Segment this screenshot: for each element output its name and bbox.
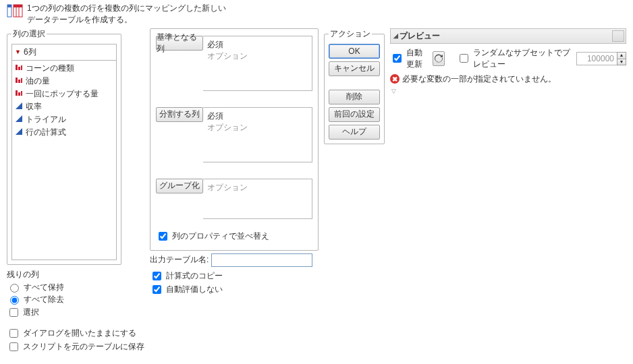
- column-item[interactable]: 一回にポップする量: [12, 88, 116, 100]
- column-item-label: 収率: [26, 101, 42, 113]
- remaining-cols-fieldset: 残りの列 すべて保持 すべて除去 選択: [7, 269, 121, 320]
- column-list[interactable]: コーンの種類油の量一回にポップする量収率トライアル行の計算式: [11, 61, 117, 260]
- copy-formula-check[interactable]: 計算式のコピー: [150, 270, 319, 282]
- svg-rect-12: [16, 90, 18, 96]
- column-select-fieldset: 列の選択 ▼ 6列 コーンの種類油の量一回にポップする量収率トライアル行の計算式: [7, 28, 121, 265]
- preview-error-text: 必要な変数の一部が指定されていません。: [402, 73, 556, 85]
- column-item-label: 油の量: [26, 75, 50, 87]
- remaining-keep-radio[interactable]: すべて保持: [7, 282, 121, 293]
- no-autoeval-check[interactable]: 自動評価しない: [150, 283, 319, 296]
- error-icon: ✖: [390, 74, 400, 84]
- spinner-up[interactable]: ▲: [617, 52, 626, 59]
- column-item-label: トライアル: [26, 114, 66, 125]
- refresh-button[interactable]: [433, 51, 445, 66]
- column-select-legend: 列の選択: [11, 28, 47, 40]
- recall-button[interactable]: 前回の設定: [329, 107, 380, 122]
- remaining-select-check[interactable]: 選択: [7, 306, 121, 319]
- remaining-drop-radio[interactable]: すべて除去: [7, 294, 121, 305]
- modeling-type-icon: [15, 76, 23, 86]
- svg-rect-3: [13, 5, 22, 7]
- remove-button[interactable]: 削除: [329, 90, 380, 104]
- modeling-type-icon: [15, 63, 23, 73]
- remaining-cols-legend: 残りの列: [7, 269, 121, 280]
- svg-marker-17: [16, 128, 22, 135]
- svg-rect-14: [21, 91, 22, 96]
- svg-rect-6: [16, 65, 18, 70]
- help-button[interactable]: ヘルプ: [329, 125, 380, 140]
- spinner-down[interactable]: ▼: [617, 59, 626, 65]
- role-base-button[interactable]: 基準となる列: [156, 36, 203, 51]
- preview-title: プレビュー: [400, 30, 440, 42]
- disclosure-icon: ◢: [393, 32, 398, 39]
- svg-rect-13: [18, 92, 20, 96]
- column-item-label: 一回にポップする量: [26, 88, 99, 100]
- filter-dropdown-icon: ▼: [15, 49, 21, 55]
- keep-dialog-open-check[interactable]: ダイアログを開いたままにする: [7, 327, 144, 340]
- column-count-label: 6列: [24, 47, 36, 58]
- svg-rect-8: [21, 65, 22, 70]
- role-split-button[interactable]: 分割する列: [156, 107, 203, 122]
- save-script-check[interactable]: スクリプトを元のテーブルに保存: [7, 340, 144, 353]
- subset-size-spinner[interactable]: ▲▼: [576, 52, 626, 65]
- reorder-by-prop-check[interactable]: 列のプロパティで並べ替え: [156, 230, 312, 243]
- modeling-type-icon: [15, 115, 23, 125]
- svg-rect-11: [21, 78, 22, 83]
- preview-header[interactable]: ◢ プレビュー: [390, 28, 626, 44]
- output-table-input[interactable]: [211, 253, 312, 267]
- preview-disclosure-icon[interactable]: ▽: [391, 88, 625, 94]
- column-item[interactable]: 行の計算式: [12, 126, 116, 139]
- ok-button[interactable]: OK: [329, 44, 380, 59]
- column-item[interactable]: 油の量: [12, 75, 116, 88]
- modeling-type-icon: [15, 102, 23, 112]
- column-item-label: 行の計算式: [26, 127, 66, 138]
- role-group-button[interactable]: グループ化: [156, 179, 203, 193]
- auto-refresh-check[interactable]: 自動更新: [390, 47, 429, 70]
- dialog-description: 1つの列の複数の行を複数の列にマッピングした新しい データテーブルを作成する。: [27, 3, 226, 26]
- random-subset-check[interactable]: ランダムなサブセットでプレビュー: [457, 47, 572, 70]
- cancel-button[interactable]: キャンセル: [329, 61, 380, 76]
- column-filter-header[interactable]: ▼ 6列: [11, 44, 117, 61]
- actions-fieldset: アクション OK キャンセル 削除 前回の設定 ヘルプ: [324, 28, 385, 144]
- column-item[interactable]: トライアル: [12, 113, 116, 126]
- column-item[interactable]: コーンの種類: [12, 62, 116, 75]
- column-item[interactable]: 収率: [12, 100, 116, 113]
- svg-marker-15: [16, 102, 22, 109]
- svg-rect-10: [18, 80, 20, 83]
- role-split-list[interactable]: 必須 オプション: [203, 107, 312, 162]
- subset-size-input[interactable]: [576, 52, 617, 65]
- modeling-type-icon: [15, 89, 23, 99]
- svg-rect-1: [7, 5, 11, 7]
- column-item-label: コーンの種類: [26, 63, 74, 74]
- role-group-list[interactable]: オプション: [203, 179, 312, 219]
- svg-marker-16: [16, 115, 22, 122]
- refresh-icon: [434, 54, 443, 63]
- svg-rect-7: [18, 67, 20, 70]
- split-platform-icon: [7, 3, 23, 21]
- actions-legend: アクション: [329, 28, 372, 40]
- roles-fieldset: 基準となる列 必須 オプション 分割する列 必須 オプション グループ化 オプシ…: [150, 28, 319, 251]
- svg-rect-9: [16, 78, 18, 83]
- role-base-list[interactable]: 必須 オプション: [203, 36, 312, 91]
- output-table-label: 出力テーブル名:: [150, 254, 209, 266]
- modeling-type-icon: [15, 127, 23, 138]
